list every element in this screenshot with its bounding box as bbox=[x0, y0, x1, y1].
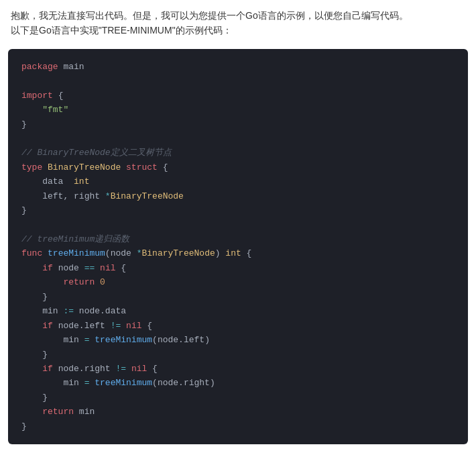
code-data-field: data int bbox=[21, 174, 455, 189]
code-close-struct: } bbox=[21, 203, 455, 217]
code-package: package main bbox=[21, 60, 455, 74]
code-import: import { bbox=[21, 89, 455, 103]
code-blank2 bbox=[21, 132, 455, 146]
intro-text: 抱歉，我无法直接写出代码。但是，我可以为您提供一个Go语言的示例，以便您自己编写… bbox=[0, 0, 476, 44]
code-min-left: min = treeMinimum(node.left) bbox=[21, 333, 455, 347]
code-close1: } bbox=[21, 290, 455, 304]
code-min-assign: min := node.data bbox=[21, 304, 455, 318]
code-return0: return 0 bbox=[21, 275, 455, 289]
code-if-left: if node.left != nil { bbox=[21, 319, 455, 333]
code-close-import: } bbox=[21, 117, 455, 132]
code-func-sig: func treeMinimum(node *BinaryTreeNode) i… bbox=[21, 246, 455, 260]
code-left-field: left, right *BinaryTreeNode bbox=[21, 189, 455, 203]
code-comment2: // treeMinimum递归函数 bbox=[21, 232, 455, 246]
code-type: type BinaryTreeNode struct { bbox=[21, 160, 455, 174]
code-blank3 bbox=[21, 218, 455, 232]
footer-comment: // main函数 bbox=[0, 452, 476, 455]
intro-line2: 以下是Go语言中实现"TREE-MINIMUM"的示例代码： bbox=[11, 23, 465, 38]
code-if-nil: if node == nil { bbox=[21, 261, 455, 275]
code-close3: } bbox=[21, 391, 455, 405]
code-if-right: if node.right != nil { bbox=[21, 362, 455, 376]
code-close2: } bbox=[21, 348, 455, 362]
intro-line1: 抱歉，我无法直接写出代码。但是，我可以为您提供一个Go语言的示例，以便您自己编写… bbox=[11, 8, 465, 23]
code-min-right: min = treeMinimum(node.right) bbox=[21, 376, 455, 390]
code-return-min: return min bbox=[21, 405, 455, 419]
code-comment1: // BinaryTreeNode定义二叉树节点 bbox=[21, 146, 455, 160]
code-blank1 bbox=[21, 74, 455, 88]
code-fmt: "fmt" bbox=[21, 103, 455, 117]
code-close-func: } bbox=[21, 419, 455, 434]
code-block: package main import { "fmt" } // BinaryT… bbox=[8, 49, 468, 444]
